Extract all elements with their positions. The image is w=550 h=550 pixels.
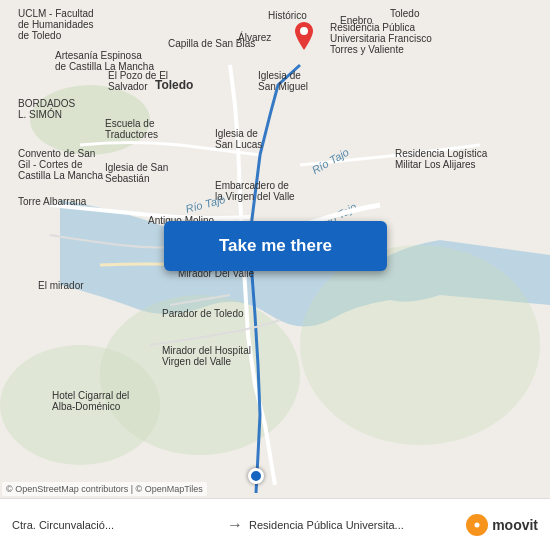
svg-point-5	[300, 27, 308, 35]
take-me-there-button[interactable]: Take me there	[164, 221, 387, 271]
route-arrow: →	[227, 516, 243, 534]
map-attribution: © OpenStreetMap contributors | © OpenMap…	[2, 482, 207, 496]
moovit-dot	[466, 514, 488, 536]
moovit-text: moovit	[492, 517, 538, 533]
route-from: Ctra. Circunvalació...	[12, 519, 221, 531]
map-svg: Río Tajo	[0, 0, 550, 550]
map-container: Río Tajo UCLM - Facultad de Humanidades …	[0, 0, 550, 550]
moovit-logo: moovit	[466, 514, 538, 536]
svg-point-4	[0, 345, 160, 465]
destination-pin	[295, 22, 313, 54]
bottom-bar: Ctra. Circunvalació... → Residencia Públ…	[0, 498, 550, 550]
origin-pin	[248, 468, 264, 484]
svg-point-3	[300, 245, 540, 445]
route-to: Residencia Pública Universita...	[249, 519, 458, 531]
svg-point-7	[475, 522, 480, 527]
